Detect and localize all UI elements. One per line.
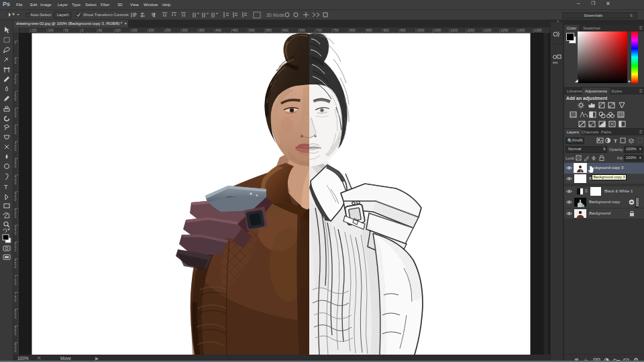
svg-text:1250: 1250 [501, 28, 508, 32]
svg-text:0: 0 [15, 315, 17, 319]
svg-text:0: 0 [15, 298, 17, 302]
svg-text:100: 100 [115, 28, 121, 32]
svg-text:100: 100 [48, 28, 54, 32]
svg-text:0: 0 [15, 282, 17, 286]
svg-text:200: 200 [149, 28, 155, 32]
svg-text:250: 250 [166, 28, 172, 32]
svg-text:1300: 1300 [518, 28, 525, 32]
svg-text:350: 350 [199, 28, 205, 32]
svg-text:1150: 1150 [468, 28, 475, 32]
svg-text:1000: 1000 [417, 28, 425, 32]
svg-text:550: 550 [266, 28, 272, 32]
svg-text:800: 800 [350, 28, 356, 32]
svg-text:1050: 1050 [434, 28, 441, 32]
svg-text:0: 0 [15, 60, 17, 64]
svg-text:MINI: MINI [553, 62, 557, 64]
svg-text:600: 600 [283, 28, 289, 32]
svg-text:1200: 1200 [484, 28, 492, 32]
svg-text:0: 0 [15, 215, 17, 219]
svg-text:50: 50 [99, 28, 103, 32]
svg-text:0: 0 [15, 131, 17, 135]
svg-text:150: 150 [132, 28, 138, 32]
svg-text:900: 900 [384, 28, 390, 32]
svg-text:0: 0 [15, 349, 17, 353]
svg-text:650: 650 [300, 28, 306, 32]
svg-text:0: 0 [15, 164, 17, 168]
svg-text:0: 0 [15, 147, 17, 152]
svg-text:850: 850 [367, 28, 373, 32]
svg-text:3D Mode:: 3D Mode: [266, 13, 285, 17]
svg-text:0: 0 [15, 198, 17, 202]
svg-text:300: 300 [182, 28, 189, 32]
svg-text:400: 400 [216, 28, 222, 32]
svg-text:1350: 1350 [535, 28, 542, 32]
svg-text:0: 0 [15, 97, 17, 101]
svg-text:950: 950 [400, 28, 407, 32]
svg-text:0: 0 [15, 80, 17, 84]
svg-text:0: 0 [15, 114, 17, 118]
svg-text:0: 0 [15, 332, 17, 336]
svg-text:750: 750 [333, 28, 339, 32]
svg-text:0: 0 [15, 265, 17, 269]
svg-text:0: 0 [15, 181, 17, 185]
svg-text:450: 450 [233, 28, 239, 32]
svg-text:1100: 1100 [451, 28, 458, 32]
svg-text:0: 0 [15, 248, 17, 252]
svg-text:0: 0 [15, 231, 17, 235]
svg-text:150: 150 [32, 28, 38, 32]
svg-text:0: 0 [82, 28, 84, 32]
svg-text:700: 700 [317, 28, 323, 32]
svg-text:T: T [614, 138, 617, 144]
svg-text:500: 500 [250, 28, 256, 32]
svg-text:T: T [4, 184, 8, 190]
svg-text:0: 0 [15, 40, 17, 44]
svg-text:50: 50 [65, 28, 69, 32]
